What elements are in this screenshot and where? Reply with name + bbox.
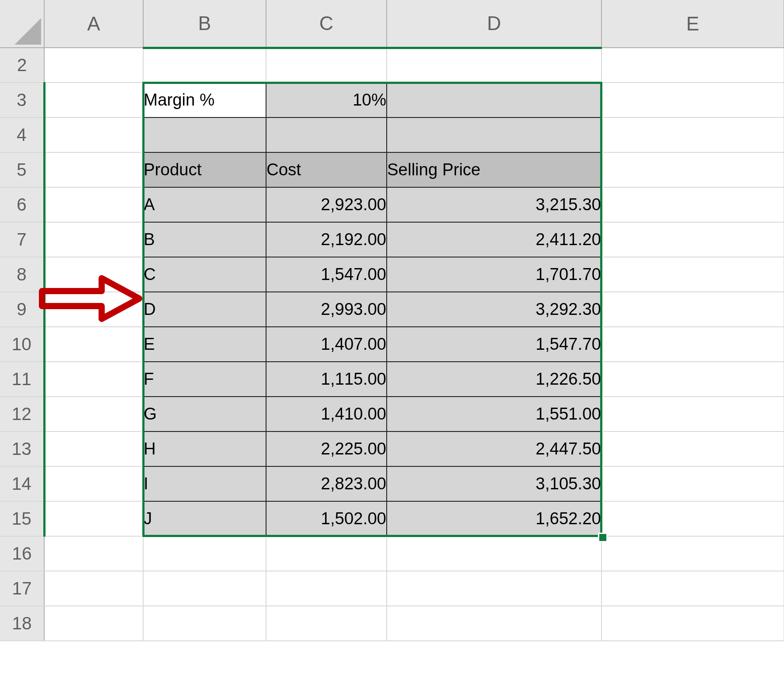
cell-D18[interactable] [387,606,601,641]
col-header-B[interactable]: B [143,0,266,48]
row-header-13[interactable]: 13 [0,431,44,466]
cell-E15[interactable] [601,501,784,536]
cell-A13[interactable] [44,431,143,466]
cell-A4[interactable] [44,117,143,152]
row-header-18[interactable]: 18 [0,606,44,641]
cell-A7[interactable] [44,222,143,257]
cell-A14[interactable] [44,466,143,501]
col-header-A[interactable]: A [44,0,143,48]
cell-E3[interactable] [601,83,784,117]
cell-E10[interactable] [601,327,784,362]
cell-C13[interactable]: 2,225.00 [266,431,387,466]
row-header-10[interactable]: 10 [0,327,44,362]
row-header-3[interactable]: 3 [0,83,44,117]
cell-E11[interactable] [601,362,784,397]
cell-E17[interactable] [601,571,784,606]
cell-D13[interactable]: 2,447.50 [387,431,601,466]
col-header-D[interactable]: D [387,0,601,48]
cell-A9[interactable] [44,292,143,327]
cell-D9[interactable]: 3,292.30 [387,292,601,327]
cell-B10[interactable]: E [143,327,266,362]
fill-handle[interactable] [599,534,606,541]
row-header-15[interactable]: 15 [0,501,44,536]
cell-A8[interactable] [44,257,143,292]
cell-D15[interactable]: 1,652.20 [387,501,601,536]
row-header-6[interactable]: 6 [0,187,44,222]
row-header-17[interactable]: 17 [0,571,44,606]
cell-E16[interactable] [601,536,784,571]
select-all-corner[interactable] [0,0,44,48]
row-header-9[interactable]: 9 [0,292,44,327]
col-header-C[interactable]: C [266,0,387,48]
cell-C12[interactable]: 1,410.00 [266,397,387,431]
row-header-14[interactable]: 14 [0,466,44,501]
cell-D2[interactable] [387,48,601,83]
cell-A10[interactable] [44,327,143,362]
cell-C11[interactable]: 1,115.00 [266,362,387,397]
cell-C16[interactable] [266,536,387,571]
cell-A6[interactable] [44,187,143,222]
cell-B11[interactable]: F [143,362,266,397]
cell-D14[interactable]: 3,105.30 [387,466,601,501]
row-header-7[interactable]: 7 [0,222,44,257]
cell-B17[interactable] [143,571,266,606]
cell-D4[interactable] [387,117,601,152]
cell-B3[interactable]: Margin % [143,83,266,117]
row-header-8[interactable]: 8 [0,257,44,292]
cell-A2[interactable] [44,48,143,83]
cell-D3[interactable] [387,83,601,117]
cell-E18[interactable] [601,606,784,641]
cell-A11[interactable] [44,362,143,397]
cell-C5[interactable]: Cost [266,152,387,187]
cell-C6[interactable]: 2,923.00 [266,187,387,222]
cell-C17[interactable] [266,571,387,606]
cell-A3[interactable] [44,83,143,117]
cell-A16[interactable] [44,536,143,571]
cell-B12[interactable]: G [143,397,266,431]
cell-B2[interactable] [143,48,266,83]
cell-B8[interactable]: C [143,257,266,292]
cell-C10[interactable]: 1,407.00 [266,327,387,362]
cell-B16[interactable] [143,536,266,571]
cell-D12[interactable]: 1,551.00 [387,397,601,431]
row-header-5[interactable]: 5 [0,152,44,187]
row-header-4[interactable]: 4 [0,117,44,152]
cell-B6[interactable]: A [143,187,266,222]
cell-B5[interactable]: Product [143,152,266,187]
cell-E13[interactable] [601,431,784,466]
cell-D10[interactable]: 1,547.70 [387,327,601,362]
row-header-2[interactable]: 2 [0,48,44,83]
cell-D17[interactable] [387,571,601,606]
cell-E6[interactable] [601,187,784,222]
col-header-E[interactable]: E [601,0,784,48]
cell-B14[interactable]: I [143,466,266,501]
cell-E4[interactable] [601,117,784,152]
cell-D8[interactable]: 1,701.70 [387,257,601,292]
cell-C15[interactable]: 1,502.00 [266,501,387,536]
cell-B18[interactable] [143,606,266,641]
cell-A17[interactable] [44,571,143,606]
cell-E9[interactable] [601,292,784,327]
cell-C18[interactable] [266,606,387,641]
cell-A18[interactable] [44,606,143,641]
row-header-12[interactable]: 12 [0,397,44,431]
row-header-16[interactable]: 16 [0,536,44,571]
row-header-11[interactable]: 11 [0,362,44,397]
cell-B7[interactable]: B [143,222,266,257]
cell-C2[interactable] [266,48,387,83]
cell-E7[interactable] [601,222,784,257]
cell-C14[interactable]: 2,823.00 [266,466,387,501]
cell-C4[interactable] [266,117,387,152]
cell-C3[interactable]: 10% [266,83,387,117]
worksheet[interactable]: A B C D E 2 3 Margin % 10% 4 5 Product C… [0,0,784,685]
cell-D6[interactable]: 3,215.30 [387,187,601,222]
cell-B9[interactable]: D [143,292,266,327]
cell-A12[interactable] [44,397,143,431]
cell-E8[interactable] [601,257,784,292]
cell-B4[interactable] [143,117,266,152]
cell-D16[interactable] [387,536,601,571]
cell-D5[interactable]: Selling Price [387,152,601,187]
cell-A15[interactable] [44,501,143,536]
cell-E5[interactable] [601,152,784,187]
cell-C9[interactable]: 2,993.00 [266,292,387,327]
